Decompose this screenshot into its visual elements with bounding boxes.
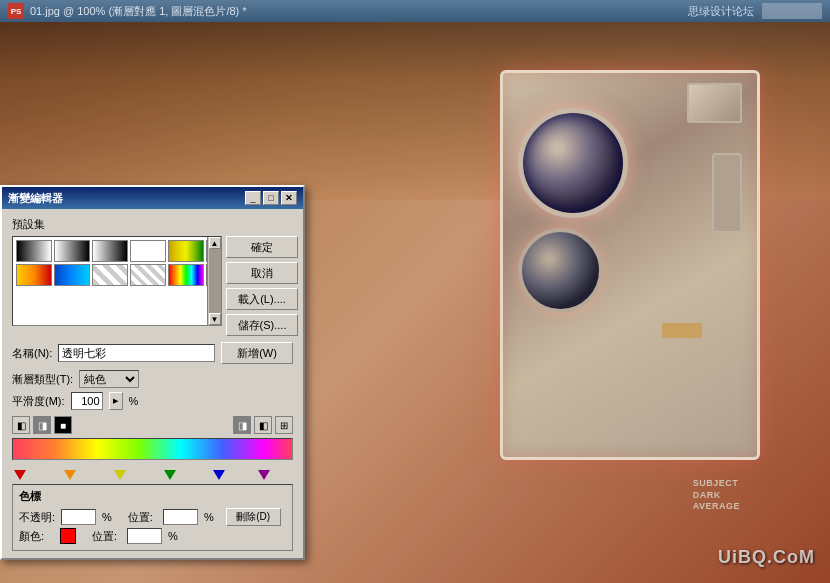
gradient-type-select[interactable]: 純色 雜訊	[79, 370, 139, 388]
dialog-buttons: 確定 取消 載入(L).... 儲存(S)....	[226, 236, 298, 336]
gradient-icon-2[interactable]: ◨	[33, 416, 51, 434]
preset-cool[interactable]	[54, 264, 90, 286]
preset-trans-black[interactable]	[92, 240, 128, 262]
preset-rainbow[interactable]	[168, 264, 204, 286]
stop-6[interactable]	[258, 464, 270, 480]
minimize-button[interactable]: _	[245, 191, 261, 205]
dialog-content: 預設集	[2, 209, 303, 563]
ok-button[interactable]: 確定	[226, 236, 298, 258]
preset-warm[interactable]	[16, 264, 52, 286]
save-button[interactable]: 儲存(S)....	[226, 314, 298, 336]
opacity-row: 不透明: % 位置: % 刪除(D)	[19, 508, 286, 526]
position-label-1: 位置:	[128, 510, 153, 525]
presets-area: ▲ ▼ 確定 取消 載入(L).... 儲存(S)....	[12, 236, 293, 336]
load-button[interactable]: 載入(L)....	[226, 288, 298, 310]
preset-checker1[interactable]	[92, 264, 128, 286]
ps-titlebar-right: 思绿设计论坛	[688, 3, 822, 19]
position-unit-2: %	[168, 530, 178, 542]
left-gradient-icons: ◧ ◨ ■	[12, 416, 72, 434]
preset-wb[interactable]	[54, 240, 90, 262]
gradient-icon-5[interactable]: ◧	[254, 416, 272, 434]
stop-1[interactable]	[14, 464, 26, 480]
maximize-button[interactable]: □	[263, 191, 279, 205]
ps-titlebar: PS 01.jpg @ 100% (漸層對應 1, 圖層混色片/8) * 思绿设…	[0, 0, 830, 22]
stop-4[interactable]	[164, 464, 176, 480]
dialog-window-controls: _ □ ✕	[245, 191, 297, 205]
close-button[interactable]: ✕	[281, 191, 297, 205]
subject-label: SUBJECT DARK AVERAGE	[693, 478, 740, 513]
color-label: 顏色:	[19, 529, 54, 544]
preset-colored1[interactable]	[168, 240, 204, 262]
ps-title: 01.jpg @ 100% (漸層對應 1, 圖層混色片/8) *	[30, 4, 247, 19]
gradient-bar-container	[12, 438, 293, 460]
ps-titlebar-left: PS 01.jpg @ 100% (漸層對應 1, 圖層混色片/8) *	[8, 3, 247, 19]
color-swatch[interactable]	[60, 528, 76, 544]
gradient-icon-1[interactable]: ◧	[12, 416, 30, 434]
watermark: UiBQ.CoM	[718, 547, 815, 568]
stop-2[interactable]	[64, 464, 76, 480]
preset-trans-white[interactable]	[130, 240, 166, 262]
ps-site-label: 思绿设计论坛	[688, 4, 754, 19]
opacity-label: 不透明:	[19, 510, 55, 525]
gradient-bar[interactable]	[12, 438, 293, 460]
name-row: 名稱(N): 新增(W)	[12, 342, 293, 364]
colortag-label: 色標	[19, 489, 286, 504]
gradient-icons-row: ◧ ◨ ■ ◨ ◧ ⊞	[12, 416, 293, 434]
stop-5[interactable]	[213, 464, 225, 480]
scroll-down-button[interactable]: ▼	[209, 313, 221, 325]
ps-icon: PS	[8, 3, 24, 19]
position-input-2[interactable]	[127, 528, 162, 544]
dialog-title: 漸變編輯器	[8, 191, 63, 206]
preset-bw[interactable]	[16, 240, 52, 262]
gradient-type-label: 漸層類型(T):	[12, 372, 73, 387]
position-unit-1: %	[204, 511, 214, 523]
presets-scrollbar: ▲ ▼	[207, 237, 221, 325]
stop-3[interactable]	[114, 464, 126, 480]
presets-container: ▲ ▼	[12, 236, 222, 326]
colortag-section: 色標 不透明: % 位置: % 刪除(D) 顏色: 位置: %	[12, 484, 293, 551]
smoothness-label: 平滑度(M):	[12, 394, 65, 409]
smoothness-row: 平滑度(M): ▶ %	[12, 392, 293, 410]
position-label-2: 位置:	[92, 529, 117, 544]
smoothness-input[interactable]	[71, 392, 103, 410]
gradient-icon-6[interactable]: ⊞	[275, 416, 293, 434]
name-label: 名稱(N):	[12, 346, 52, 361]
cancel-button[interactable]: 取消	[226, 262, 298, 284]
dialog-titlebar: 漸變編輯器 _ □ ✕	[2, 187, 303, 209]
new-button[interactable]: 新增(W)	[221, 342, 293, 364]
presets-label: 預設集	[12, 217, 293, 232]
camera-image	[450, 50, 770, 510]
opacity-input[interactable]	[61, 509, 96, 525]
position-input-1[interactable]	[163, 509, 198, 525]
color-row: 顏色: 位置: %	[19, 528, 286, 544]
gradient-editor-dialog: 漸變編輯器 _ □ ✕ 預設集	[0, 185, 305, 560]
presets-grid	[16, 240, 218, 286]
smoothness-arrow[interactable]: ▶	[109, 392, 123, 410]
smoothness-unit: %	[129, 395, 139, 407]
right-gradient-icons: ◨ ◧ ⊞	[233, 416, 293, 434]
opacity-unit: %	[102, 511, 112, 523]
name-input[interactable]	[58, 344, 215, 362]
delete-button[interactable]: 刪除(D)	[226, 508, 281, 526]
gradient-type-row: 漸層類型(T): 純色 雜訊	[12, 370, 293, 388]
preset-gray-trans[interactable]	[130, 264, 166, 286]
scroll-track	[209, 249, 221, 313]
color-stops-row	[14, 464, 291, 480]
scroll-up-button[interactable]: ▲	[209, 237, 221, 249]
gradient-icon-3[interactable]: ■	[54, 416, 72, 434]
gradient-icon-4[interactable]: ◨	[233, 416, 251, 434]
